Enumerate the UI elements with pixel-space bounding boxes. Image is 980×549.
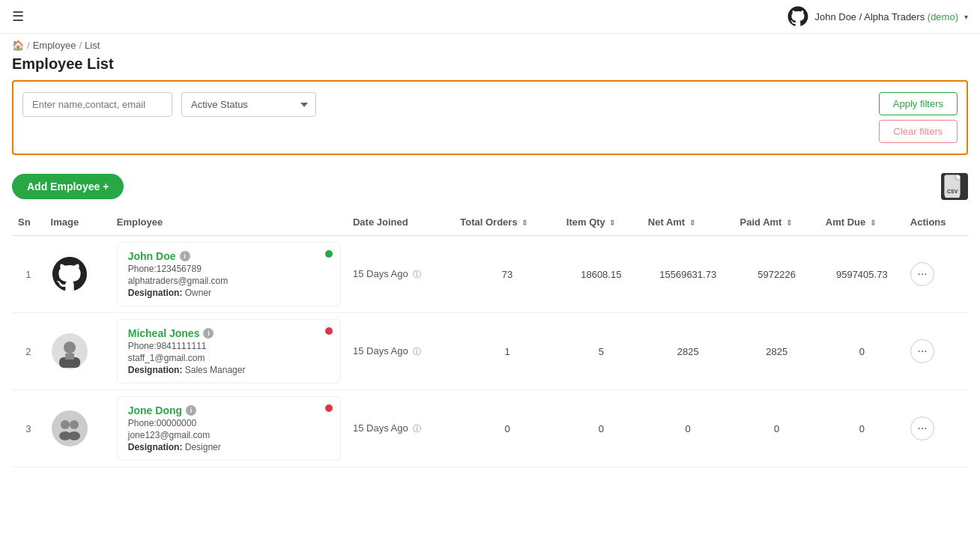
chevron-down-icon[interactable]: ▾	[964, 13, 968, 21]
status-select[interactable]: Active Status Active Inactive	[181, 92, 316, 117]
row-item-qty: 18608.15	[560, 236, 642, 313]
row-net-amt: 0	[642, 390, 734, 467]
row-amt-due: 0	[820, 313, 904, 390]
employee-card: Jone Dong i Phone:00000000 jone123@gmail…	[117, 396, 341, 461]
employee-name: John Doe i	[128, 250, 330, 262]
filter-inputs: Active Status Active Inactive	[22, 92, 870, 117]
hamburger-icon[interactable]: ☰	[12, 8, 24, 25]
row-employee-card: Jone Dong i Phone:00000000 jone123@gmail…	[111, 390, 347, 467]
svg-text:CSV: CSV	[947, 189, 958, 194]
row-date-joined: 15 Days Ago ⓘ	[347, 236, 454, 313]
home-icon[interactable]: 🏠	[12, 40, 24, 51]
user-name: John Doe	[814, 11, 856, 22]
breadcrumb-employee[interactable]: Employee	[33, 40, 76, 51]
svg-point-7	[61, 420, 70, 429]
col-total-orders: Total Orders ⇕	[454, 209, 560, 236]
sort-paid-amt-icon[interactable]: ⇕	[786, 219, 792, 227]
employee-info-icon[interactable]: i	[203, 328, 214, 339]
row-actions-button[interactable]: ···	[910, 339, 934, 363]
employee-phone: Phone:00000000	[128, 418, 330, 428]
svg-point-3	[64, 342, 76, 354]
employee-phone: Phone:9841111111	[128, 341, 330, 351]
col-image: Image	[45, 209, 111, 236]
sort-amt-due-icon[interactable]: ⇕	[870, 219, 876, 227]
row-employee-card: Micheal Jones i Phone:9841111111 staff_1…	[111, 313, 347, 390]
svg-point-10	[68, 431, 80, 440]
user-org: Alpha Traders	[864, 11, 925, 22]
employee-designation: Designation: Owner	[128, 288, 330, 298]
row-image	[45, 236, 111, 313]
breadcrumb-separator-2: /	[79, 40, 82, 51]
employee-email: jone123@gmail.com	[128, 430, 330, 440]
navbar-right: John Doe / Alpha Traders (demo) ▾	[787, 6, 968, 27]
employee-name: Jone Dong i	[128, 404, 330, 416]
row-actions-button[interactable]: ···	[910, 262, 934, 286]
employee-avatar	[51, 333, 88, 370]
status-dot	[325, 250, 333, 258]
row-paid-amt: 2825	[734, 313, 820, 390]
user-info: John Doe / Alpha Traders (demo)	[814, 11, 958, 22]
table-row: 2 Micheal Jones i Phone:9841111111 staff…	[12, 313, 968, 390]
navbar: ☰ John Doe / Alpha Traders (demo) ▾	[0, 0, 980, 34]
toolbar: Add Employee + CSV	[0, 167, 980, 209]
svg-point-8	[70, 420, 79, 429]
clear-filters-button[interactable]: Clear filters	[879, 120, 958, 143]
page-title: Employee List	[0, 54, 980, 80]
csv-file-icon: CSV	[944, 175, 965, 198]
col-employee: Employee	[111, 209, 347, 236]
row-sn: 2	[12, 313, 45, 390]
row-item-qty: 5	[560, 313, 642, 390]
employee-table: Sn Image Employee Date Joined Total Orde…	[12, 209, 968, 467]
github-icon	[787, 6, 808, 27]
csv-export-button[interactable]: CSV	[941, 173, 968, 200]
breadcrumb-list: List	[85, 40, 100, 51]
col-sn: Sn	[12, 209, 45, 236]
row-image	[45, 390, 111, 467]
row-net-amt: 15569631.73	[642, 236, 734, 313]
search-input[interactable]	[22, 92, 172, 117]
sort-net-amt-icon[interactable]: ⇕	[689, 219, 695, 227]
date-info-icon[interactable]: ⓘ	[413, 270, 421, 279]
row-date-joined: 15 Days Ago ⓘ	[347, 390, 454, 467]
employee-email: staff_1@gmail.com	[128, 353, 330, 363]
row-actions: ···	[904, 390, 968, 467]
row-actions: ···	[904, 236, 968, 313]
row-actions-button[interactable]: ···	[910, 416, 934, 440]
col-item-qty: Item Qty ⇕	[560, 209, 642, 236]
breadcrumb: 🏠 / Employee / List	[0, 34, 980, 54]
employee-table-container: Sn Image Employee Date Joined Total Orde…	[0, 209, 980, 467]
row-paid-amt: 5972226	[734, 236, 820, 313]
date-info-icon[interactable]: ⓘ	[413, 347, 421, 356]
row-net-amt: 2825	[642, 313, 734, 390]
row-image	[45, 313, 111, 390]
sort-total-orders-icon[interactable]: ⇕	[521, 219, 527, 227]
svg-rect-5	[65, 354, 74, 360]
svg-point-6	[52, 410, 88, 446]
add-employee-button[interactable]: Add Employee +	[12, 174, 124, 199]
table-row: 1 John Doe i Phone:123456789 alphatrader…	[12, 236, 968, 313]
status-dot	[325, 404, 333, 412]
row-item-qty: 0	[560, 390, 642, 467]
date-info-icon[interactable]: ⓘ	[413, 424, 421, 433]
row-employee-card: John Doe i Phone:123456789 alphatraders@…	[111, 236, 347, 313]
apply-filters-button[interactable]: Apply filters	[879, 92, 958, 115]
employee-name: Micheal Jones i	[128, 327, 330, 339]
table-header-row: Sn Image Employee Date Joined Total Orde…	[12, 209, 968, 236]
employee-info-icon[interactable]: i	[180, 251, 190, 261]
employee-designation: Designation: Sales Manager	[128, 365, 330, 375]
row-actions: ···	[904, 313, 968, 390]
employee-card: Micheal Jones i Phone:9841111111 staff_1…	[117, 319, 341, 383]
status-dot	[325, 327, 333, 335]
col-actions: Actions	[904, 209, 968, 236]
row-total-orders: 1	[454, 313, 560, 390]
employee-email: alphatraders@gmail.com	[128, 276, 330, 286]
sort-item-qty-icon[interactable]: ⇕	[609, 219, 615, 227]
breadcrumb-separator-1: /	[27, 40, 30, 51]
row-sn: 1	[12, 236, 45, 313]
table-row: 3 Jone Dong i Phone:00000000 jone123@gma…	[12, 390, 968, 467]
row-amt-due: 9597405.73	[820, 236, 904, 313]
employee-info-icon[interactable]: i	[186, 405, 196, 416]
employee-designation: Designation: Designer	[128, 442, 330, 452]
filter-box: Active Status Active Inactive Apply filt…	[12, 80, 968, 155]
user-demo: (demo)	[928, 11, 958, 22]
